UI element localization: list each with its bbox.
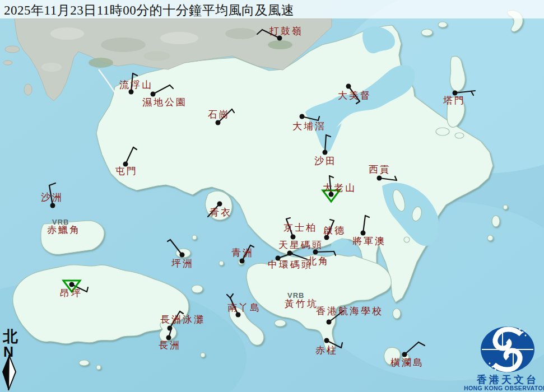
station-dot xyxy=(240,259,245,264)
station-dot xyxy=(327,320,332,325)
island-tung-lung xyxy=(393,309,401,319)
island-ap-lei-chau xyxy=(275,320,286,326)
station-dot xyxy=(346,84,351,89)
islet-mirs-2 xyxy=(455,133,464,138)
islet-shelter-1 xyxy=(404,237,410,242)
islet-east-2 xyxy=(487,235,493,241)
islet-sz-1 xyxy=(5,46,20,53)
station-dot xyxy=(276,256,281,261)
islet-east-3 xyxy=(503,205,508,209)
island-kau-yi-chau xyxy=(219,261,224,265)
station-dot xyxy=(180,253,185,258)
islet-soko-1 xyxy=(79,360,89,366)
station-dot xyxy=(166,335,171,340)
station-dot xyxy=(277,36,282,41)
islet-south-1 xyxy=(201,353,205,357)
title-bar: 2025年11月23日11時00分的十分鐘平均風向及風速 xyxy=(0,0,544,18)
wind-barb xyxy=(315,251,334,252)
station-dot xyxy=(236,312,241,318)
station-dot xyxy=(217,202,222,207)
islet-east-1 xyxy=(492,216,500,227)
station-dot xyxy=(402,352,407,357)
logo-name-en: HONG KONG OBSERVATORY xyxy=(464,385,544,391)
logo-name-cn: 香港天文台 xyxy=(476,374,538,385)
station-dot xyxy=(324,338,329,343)
island-hei-ling-chau xyxy=(192,285,203,293)
islet-ne-1 xyxy=(421,29,433,36)
station-dot xyxy=(69,282,75,287)
hong-kong-map: 北 N 香港天文台 HONG KONG OB xyxy=(0,0,544,392)
islet-ne-2 xyxy=(438,22,447,27)
island-ma-wan xyxy=(192,235,197,240)
station-dot xyxy=(323,150,328,155)
islet-sz-3 xyxy=(24,84,32,95)
station-dot xyxy=(291,235,296,240)
station-dot xyxy=(453,91,458,96)
compass-north-cn: 北 xyxy=(2,328,18,345)
station-dot xyxy=(329,192,334,197)
station-dot xyxy=(313,250,318,255)
islet-mirs-1 xyxy=(436,128,449,136)
station-dot xyxy=(129,90,134,95)
station-dot xyxy=(361,231,366,236)
station-dot xyxy=(216,120,221,125)
islet-soko-2 xyxy=(96,365,101,370)
station-dot xyxy=(151,92,156,97)
station-dot xyxy=(324,235,329,240)
station-dot xyxy=(300,114,305,119)
map-title: 2025年11月23日11時00分的十分鐘平均風向及風速 xyxy=(4,2,294,19)
station-dot xyxy=(377,176,382,181)
station-dot xyxy=(123,162,128,167)
station-dot xyxy=(50,203,55,208)
wind-map-screen: 北 N 香港天文台 HONG KONG OB xyxy=(0,0,544,392)
islet-sz-2 xyxy=(3,60,12,65)
